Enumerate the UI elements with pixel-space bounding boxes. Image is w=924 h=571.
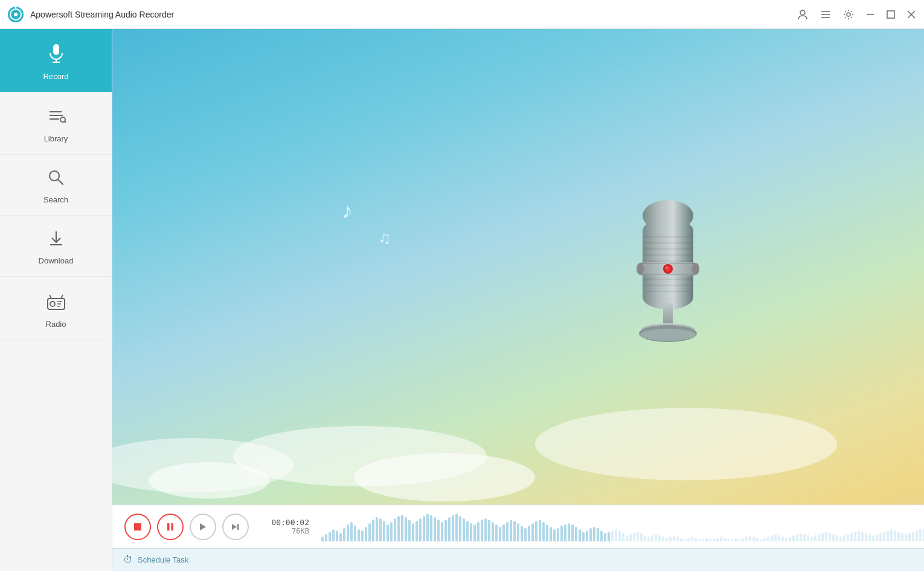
svg-marker-60: [200, 523, 206, 531]
svg-rect-10: [887, 11, 894, 18]
time-display: 00:00:02: [271, 518, 309, 527]
schedule-clock-icon: ⏱: [123, 555, 133, 566]
microphone-icon: [45, 42, 67, 67]
app-title: Apowersoft Streaming Audio Recorder: [30, 10, 796, 19]
record-label: Record: [43, 72, 69, 81]
svg-point-56: [640, 329, 696, 341]
svg-point-52: [692, 263, 699, 275]
titlebar-controls: [796, 8, 917, 21]
svg-point-49: [665, 266, 671, 272]
sidebar: Record Library: [0, 29, 112, 571]
clouds-decoration: [112, 396, 924, 505]
sidebar-item-record[interactable]: Record: [0, 29, 112, 92]
library-label: Library: [44, 134, 68, 143]
search-label: Search: [43, 195, 68, 204]
music-note-2: ♫: [378, 228, 391, 248]
svg-line-22: [58, 179, 63, 184]
svg-point-19: [60, 117, 65, 122]
download-label: Download: [39, 256, 74, 265]
svg-rect-57: [134, 523, 141, 531]
sidebar-item-download[interactable]: Download: [0, 216, 112, 277]
size-display: 76KB: [292, 527, 309, 535]
svg-rect-13: [53, 44, 59, 55]
svg-point-50: [666, 266, 668, 269]
svg-point-35: [643, 200, 693, 231]
svg-point-2: [14, 13, 18, 16]
profile-icon[interactable]: [796, 8, 809, 21]
waveform-display: [321, 512, 924, 541]
svg-rect-62: [237, 524, 239, 530]
library-icon: [46, 106, 66, 129]
app-logo: [7, 6, 24, 23]
search-icon: [47, 168, 66, 190]
svg-marker-61: [232, 524, 237, 530]
settings-icon[interactable]: [842, 8, 855, 21]
schedule-bar[interactable]: ⏱ Schedule Task: [112, 548, 924, 571]
radio-label: Radio: [46, 320, 66, 329]
maximize-button[interactable]: [885, 9, 896, 20]
titlebar: Apowersoft Streaming Audio Recorder: [0, 0, 924, 29]
svg-point-4: [800, 10, 805, 15]
list-icon[interactable]: [819, 8, 832, 21]
radio-icon: [45, 290, 67, 315]
skip-button[interactable]: [222, 514, 249, 540]
pause-button[interactable]: [157, 514, 184, 540]
transport-bar: 00:00:02 76KB: [112, 505, 924, 548]
sidebar-item-search[interactable]: Search: [0, 155, 112, 216]
music-note-1: ♪: [342, 198, 353, 224]
svg-point-8: [847, 13, 850, 16]
svg-point-51: [637, 263, 644, 275]
main-canvas: ♪ ♫ 𝄞 𝄞: [112, 29, 924, 505]
svg-line-20: [65, 121, 66, 123]
microphone-image: [620, 176, 716, 358]
minimize-button[interactable]: [865, 9, 876, 20]
svg-rect-58: [167, 523, 170, 531]
download-icon: [47, 229, 66, 251]
play-button[interactable]: [190, 514, 216, 540]
main-layout: Record Library: [0, 29, 924, 571]
content-area: ♪ ♫ 𝄞 𝄞: [112, 29, 924, 571]
schedule-label: Schedule Task: [138, 555, 188, 564]
close-button[interactable]: [906, 9, 917, 20]
svg-rect-59: [172, 523, 174, 531]
stop-button[interactable]: [124, 514, 151, 540]
sidebar-item-library[interactable]: Library: [0, 92, 112, 155]
sidebar-item-radio[interactable]: Radio: [0, 277, 112, 340]
svg-point-26: [50, 302, 55, 306]
time-info: 00:00:02 76KB: [261, 518, 309, 535]
